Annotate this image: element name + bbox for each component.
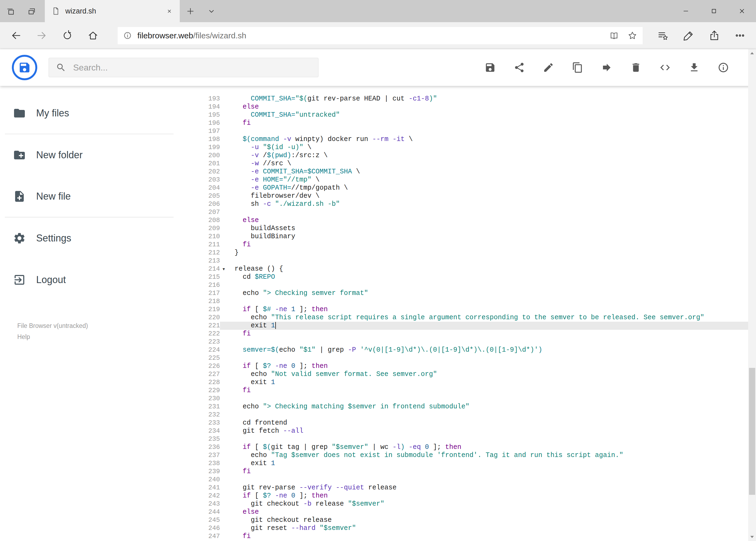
code-line[interactable]: -u "$(id -u)" \	[235, 144, 756, 152]
scroll-down-arrow[interactable]	[748, 533, 756, 541]
sidebar-item-new-file[interactable]: New file	[5, 176, 173, 218]
code-line[interactable]: cd frontend	[235, 419, 756, 427]
web-notes-pen-button[interactable]	[676, 25, 701, 46]
page-scrollbar[interactable]	[748, 49, 756, 541]
scroll-up-arrow[interactable]	[748, 49, 756, 57]
move-button[interactable]	[601, 62, 613, 73]
code-line[interactable]: if [ $# -ne 1 ]; then	[235, 305, 756, 313]
filebrowser-logo[interactable]	[12, 55, 37, 80]
code-line[interactable]: fi	[235, 386, 756, 395]
code-line[interactable]	[235, 257, 756, 265]
code-line[interactable]: echo "> Checking semver format"	[235, 289, 756, 297]
code-line[interactable]: sh -c "./wizard.sh -b"	[235, 200, 756, 208]
code-editor[interactable]: 193 COMMIT_SHA="$(git rev-parse HEAD | c…	[193, 86, 756, 541]
code-line[interactable]: if [ $(git tag | grep "$semver" | wc -l)…	[235, 443, 756, 451]
sidebar-item-new-folder[interactable]: New folder	[5, 134, 173, 176]
delete-button[interactable]	[630, 62, 641, 73]
code-line[interactable]: fi	[235, 119, 756, 127]
code-line[interactable]: semver=$(echo "$1" | grep -P '^v(0|[1-9]…	[235, 346, 756, 354]
code-line[interactable]: echo "Not valid semver format. See semve…	[235, 370, 756, 378]
code-line[interactable]: -v /$(pwd):/src:z \	[235, 152, 756, 160]
share-button[interactable]	[514, 62, 525, 73]
copy-button[interactable]	[572, 62, 583, 73]
code-line[interactable]: buildAssets	[235, 225, 756, 233]
code-line[interactable]: release () {	[235, 265, 756, 273]
code-line[interactable]: echo "> Checking matching $semver in fro…	[235, 403, 756, 411]
code-line[interactable]	[235, 354, 756, 362]
code-line[interactable]: -e GOPATH=//tmp/gopath \	[235, 184, 756, 192]
address-bar[interactable]: filebrowser.web/files/wizard.sh	[118, 27, 642, 44]
minimize-button[interactable]	[672, 0, 700, 22]
search-input[interactable]	[73, 63, 289, 73]
code-line[interactable]: if [ $? -ne 0 ]; then	[235, 362, 756, 370]
refresh-button[interactable]	[55, 25, 80, 46]
code-line[interactable]: cd $REPO	[235, 273, 756, 281]
code-line[interactable]: fi	[235, 467, 756, 476]
code-line[interactable]: echo "Tag $semver does not exist in subm…	[235, 451, 756, 459]
sidebar-item-my-files[interactable]: My files	[5, 93, 173, 134]
fold-gutter[interactable]: ▼	[220, 265, 235, 273]
tab-list-chevron-icon[interactable]	[201, 0, 222, 22]
scrollbar-thumb[interactable]	[749, 368, 755, 495]
browser-tab[interactable]: wizard.sh	[45, 0, 180, 22]
code-line[interactable]: git reset --hard "$semver"	[235, 524, 756, 532]
code-line[interactable]: else	[235, 508, 756, 516]
site-info-icon[interactable]	[123, 31, 132, 40]
code-line[interactable]	[235, 208, 756, 216]
code-view-button[interactable]	[659, 62, 671, 73]
download-button[interactable]	[688, 62, 700, 73]
code-line[interactable]: -e HOME="//tmp" \	[235, 176, 756, 184]
more-options-button[interactable]	[727, 25, 753, 46]
code-line[interactable]: exit 1	[235, 378, 756, 386]
back-button[interactable]	[3, 25, 29, 46]
code-line[interactable]: fi	[235, 241, 756, 249]
code-line[interactable]: if [ $? -ne 0 ]; then	[235, 492, 756, 500]
info-button[interactable]	[718, 62, 729, 73]
code-line[interactable]	[235, 435, 756, 443]
code-line[interactable]: buildBinary	[235, 233, 756, 241]
sidebar-item-logout[interactable]: Logout	[5, 259, 173, 300]
new-tab-button[interactable]	[180, 0, 201, 22]
code-line[interactable]: }	[235, 249, 756, 257]
sidebar-item-settings[interactable]: Settings	[5, 218, 173, 259]
code-line[interactable]: COMMIT_SHA="$(git rev-parse HEAD | cut -…	[235, 95, 756, 103]
rename-button[interactable]	[543, 62, 554, 73]
code-line[interactable]: else	[235, 216, 756, 225]
code-line[interactable]: exit 1	[235, 459, 756, 467]
code-line[interactable]: -w //src \	[235, 160, 756, 168]
code-line[interactable]	[235, 338, 756, 346]
share-page-button[interactable]	[701, 25, 727, 46]
code-line[interactable]: git rev-parse --verify --quiet release	[235, 484, 756, 492]
reading-view-icon[interactable]	[609, 31, 619, 41]
code-line[interactable]	[235, 476, 756, 484]
help-link[interactable]: Help	[17, 333, 193, 340]
code-line[interactable]	[235, 281, 756, 289]
code-line[interactable]: fi	[235, 330, 756, 338]
code-line[interactable]: fi	[235, 532, 756, 540]
code-line[interactable]: git checkout release	[235, 516, 756, 524]
code-line[interactable]	[235, 395, 756, 403]
save-button[interactable]	[484, 62, 496, 73]
close-button[interactable]	[728, 0, 756, 22]
code-line[interactable]: else	[235, 103, 756, 111]
maximize-button[interactable]	[700, 0, 728, 22]
code-line[interactable]	[235, 297, 756, 305]
favorite-star-icon[interactable]	[628, 31, 637, 41]
set-tabs-aside-button[interactable]	[0, 0, 21, 22]
code-line[interactable]: git fetch --all	[235, 427, 756, 435]
hub-favorites-button[interactable]	[650, 25, 676, 46]
code-line[interactable]: $(command -v winpty) docker run --rm -it…	[235, 135, 756, 144]
code-line[interactable]: filebrowser/dev \	[235, 192, 756, 200]
code-line[interactable]	[235, 411, 756, 419]
code-line[interactable]	[235, 127, 756, 135]
code-line[interactable]: echo "This release script requires a sin…	[235, 313, 756, 322]
code-line[interactable]: git checkout -b release "$semver"	[235, 500, 756, 508]
code-line[interactable]: -e COMMIT_SHA=$COMMIT_SHA \	[235, 168, 756, 176]
home-button[interactable]	[80, 25, 106, 46]
code-line[interactable]: COMMIT_SHA="untracked"	[235, 111, 756, 119]
tabs-preview-button[interactable]	[21, 0, 42, 22]
tab-close-icon[interactable]	[166, 8, 173, 15]
code-line[interactable]: exit 1	[235, 322, 756, 330]
forward-button[interactable]	[29, 25, 55, 46]
search-box[interactable]	[49, 58, 319, 77]
